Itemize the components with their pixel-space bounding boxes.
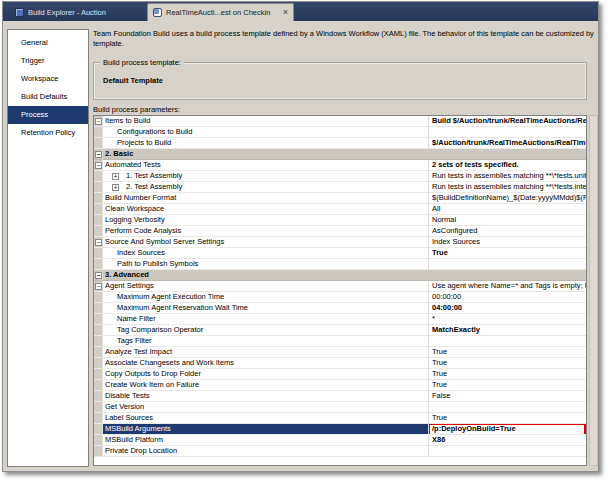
param-row[interactable]: Copy Outputs to Drop Folder True (94, 369, 586, 380)
parameters-label: Build process parameters: (93, 105, 180, 114)
param-value: Normal (432, 215, 456, 224)
collapse-icon[interactable]: − (95, 118, 102, 125)
param-row[interactable]: Disable Tests False (94, 391, 586, 402)
param-row[interactable]: Configurations to Build (94, 127, 586, 138)
sidebar-item-process[interactable]: Process (8, 106, 88, 124)
param-row[interactable]: − Source And Symbol Server Settings Inde… (94, 237, 586, 248)
param-row[interactable]: Tag Comparison Operator MatchExactly (94, 325, 586, 336)
sidebar-item-workspace[interactable]: Workspace (8, 70, 88, 88)
selected-template-name: Default Template (103, 76, 163, 85)
sidebar-item-retention-policy[interactable]: Retention Policy (8, 124, 88, 142)
expand-icon[interactable]: + (112, 173, 119, 180)
param-row[interactable]: Projects to Build $/Auction/trunk/RealTi… (94, 138, 586, 149)
param-row[interactable]: Tags Filter (94, 336, 586, 347)
param-value: True (432, 358, 447, 367)
param-name: Perform Code Analysis (105, 226, 181, 235)
collapse-icon[interactable]: − (95, 239, 102, 246)
param-value: 04:00:00 (432, 303, 462, 312)
param-value: All (432, 204, 440, 213)
param-name: Index Sources (105, 248, 165, 257)
param-name: Label Sources (105, 413, 153, 422)
row-gutter: − (94, 270, 103, 281)
param-value: Index Sources (432, 237, 480, 246)
param-name: Agent Settings (105, 281, 154, 290)
tab-build-definition[interactable]: RealTimeAucti...est on Checkin × (147, 3, 294, 21)
collapse-icon[interactable]: − (95, 272, 102, 279)
param-row[interactable]: Name Filter * (94, 314, 586, 325)
param-row[interactable]: Analyze Test Impact True (94, 347, 586, 358)
param-row[interactable]: − 3. Advanced (94, 270, 586, 281)
row-gutter (94, 391, 103, 402)
param-value: $/Auction/trunk/RealTimeAuctions/RealTim… (432, 138, 586, 147)
param-name: Disable Tests (105, 391, 149, 400)
sidebar-item-general[interactable]: General (8, 34, 88, 52)
param-row[interactable]: Associate Changesets and Work Items True (94, 358, 586, 369)
param-name: Tags Filter (105, 336, 152, 345)
param-value: * (432, 314, 435, 323)
tab-label: RealTimeAucti...est on Checkin (166, 8, 270, 17)
row-gutter: − (94, 237, 103, 248)
param-row[interactable]: Logging Verbosity Normal (94, 215, 586, 226)
param-value: /p:DeployOnBuild=True (432, 424, 516, 433)
collapse-icon[interactable]: − (95, 151, 102, 158)
param-name: Get Version (105, 402, 144, 411)
param-row[interactable]: Maximum Agent Execution Time 00:00:00 (94, 292, 586, 303)
param-name: Clean Workspace (105, 204, 164, 213)
param-row[interactable]: +2. Test Assembly Run tests in assemblie… (94, 182, 586, 193)
param-row[interactable]: Maximum Agent Reservation Wait Time 04:0… (94, 303, 586, 314)
groupbox-label: Build process template: (100, 58, 184, 67)
row-gutter (94, 314, 103, 325)
param-row[interactable]: Perform Code Analysis AsConfigured (94, 226, 586, 237)
param-name: 3. Advanced (105, 270, 149, 279)
sidebar-item-trigger[interactable]: Trigger (8, 52, 88, 70)
row-gutter (94, 358, 103, 369)
row-gutter (94, 380, 103, 391)
param-row[interactable]: +1. Test Assembly Run tests in assemblie… (94, 171, 586, 182)
param-row[interactable]: Path to Publish Symbols (94, 259, 586, 270)
param-name: Private Drop Location (105, 446, 177, 455)
param-row[interactable]: MSBuild Arguments /p:DeployOnBuild=True (94, 424, 586, 435)
row-gutter (94, 127, 103, 138)
param-row[interactable]: Index Sources True (94, 248, 586, 259)
param-value: Use agent where Name=* and Tags is empty… (432, 281, 586, 290)
sidebar-item-build-defaults[interactable]: Build Defaults (8, 88, 88, 106)
param-row[interactable]: Get Version (94, 402, 586, 413)
param-row[interactable]: Build Number Format $(BuildDefinitionNam… (94, 193, 586, 204)
row-gutter (94, 171, 103, 182)
row-gutter (94, 303, 103, 314)
expand-icon[interactable]: + (112, 184, 119, 191)
collapse-icon[interactable]: − (95, 283, 102, 290)
param-row[interactable]: − 2. Basic (94, 149, 586, 160)
close-icon[interactable]: × (275, 8, 288, 17)
param-name: Copy Outputs to Drop Folder (105, 369, 201, 378)
param-row[interactable]: Clean Workspace All (94, 204, 586, 215)
param-row[interactable]: MSBuild Platform X86 (94, 435, 586, 446)
param-row[interactable]: − Items to Build Build $/Auction/trunk/R… (94, 116, 586, 127)
param-row[interactable]: Create Work Item on Failure True (94, 380, 586, 391)
param-value: X86 (432, 435, 445, 444)
row-gutter: − (94, 116, 103, 127)
row-gutter: − (94, 160, 103, 171)
param-name: Analyze Test Impact (105, 347, 172, 356)
param-name: Path to Publish Symbols (105, 259, 198, 268)
build-process-template-groupbox: Build process template: Default Template (93, 62, 587, 100)
param-name: Name Filter (105, 314, 156, 323)
build-explorer-icon (15, 8, 24, 17)
param-name: 2. Basic (105, 149, 133, 158)
param-row[interactable]: Label Sources True (94, 413, 586, 424)
vertical-scrollbar[interactable] (589, 115, 598, 466)
param-row[interactable]: − Agent Settings Use agent where Name=* … (94, 281, 586, 292)
param-value: True (432, 413, 447, 422)
tab-label: Build Explorer - Auction (28, 8, 106, 17)
row-gutter: − (94, 281, 103, 292)
row-gutter (94, 435, 103, 446)
param-row[interactable]: − Automated Tests 2 sets of tests specif… (94, 160, 586, 171)
document-tab-strip: Build Explorer - Auction RealTimeAucti..… (3, 2, 598, 21)
row-gutter (94, 446, 103, 457)
param-name: Tag Comparison Operator (105, 325, 203, 334)
param-value: Run tests in assemblies matching **\*tes… (432, 182, 586, 191)
param-value: True (432, 347, 447, 356)
collapse-icon[interactable]: − (95, 162, 102, 169)
param-row[interactable]: Private Drop Location (94, 446, 586, 457)
tab-build-explorer[interactable]: Build Explorer - Auction (10, 4, 147, 21)
